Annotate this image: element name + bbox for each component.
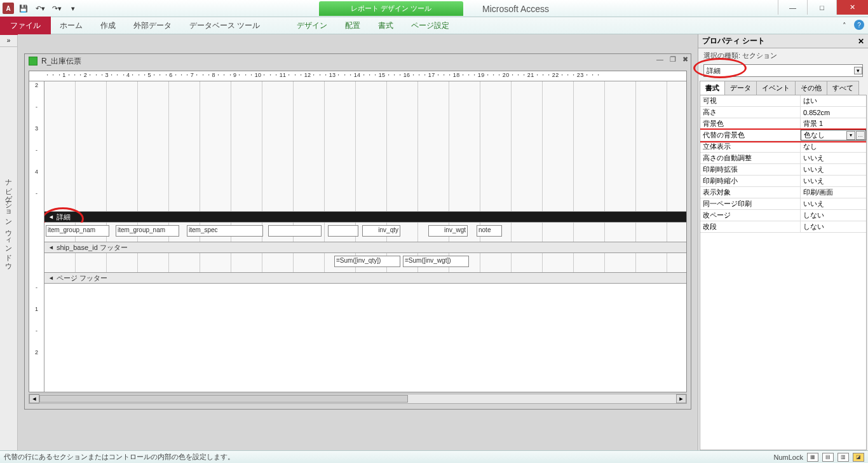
page-footer-bar[interactable]: ◄ ページ フッター — [44, 272, 686, 284]
status-message: 代替の行にあるセクションまたはコントロールの内部の色を設定します。 — [4, 452, 234, 462]
tab-design[interactable]: デザイン — [288, 17, 336, 35]
control-item-spec[interactable]: item_spec — [187, 225, 263, 237]
tab-data-prop[interactable]: データ — [724, 81, 757, 95]
tab-format[interactable]: 書式 — [369, 17, 402, 35]
property-tabs: 書式 データ イベント その他 すべて — [700, 81, 867, 95]
tab-home[interactable]: ホーム — [51, 17, 92, 35]
report-icon — [29, 57, 37, 66]
design-canvas: ・・・1・・・2・・・3・・・4・・・5・・・6・・・7・・・8・・・9・・・1… — [29, 71, 687, 392]
help-icon[interactable]: ? — [854, 20, 864, 30]
doc-close-button[interactable]: ✖ — [682, 55, 688, 64]
designer-surface: R_出庫伝票 — ❐ ✖ ・・・1・・・2・・・3・・・4・・・5・・・6・・・… — [18, 34, 698, 450]
view-design-button[interactable]: ◪ — [853, 453, 864, 462]
prop-row: 立体表示なし — [700, 141, 866, 153]
navigation-pane-collapsed[interactable]: » ナビゲーション ウィンドウ — [0, 34, 18, 450]
control-item-group-name-1[interactable]: item_group_nam — [46, 225, 109, 237]
doc-restore-button[interactable]: ❐ — [670, 55, 676, 64]
maximize-button[interactable]: □ — [807, 0, 836, 15]
redo-icon[interactable]: ↷▾ — [50, 1, 64, 15]
section-arrow-icon: ◄ — [48, 214, 54, 220]
control-item-group-name-2[interactable]: item_group_nam — [116, 225, 179, 237]
control-sum-qty[interactable]: =Sum([inv_qty]) — [334, 256, 400, 267]
tab-event-prop[interactable]: イベント — [756, 81, 796, 95]
page-footer-label: ページ フッター — [57, 273, 107, 283]
horizontal-scrollbar[interactable]: ◄ ► — [29, 394, 687, 404]
prop-row: 可視はい — [700, 95, 866, 107]
dropdown-icon[interactable]: ▾ — [846, 131, 855, 140]
control-inv-wgt[interactable]: inv_wgt — [428, 225, 468, 237]
control-note[interactable]: note — [477, 225, 502, 237]
tab-arrange[interactable]: 配置 — [336, 17, 369, 35]
report-window: R_出庫伝票 — ❐ ✖ ・・・1・・・2・・・3・・・4・・・5・・・6・・・… — [24, 53, 691, 410]
tab-external-data[interactable]: 外部データ — [125, 17, 180, 35]
control-inv-qty[interactable]: inv_qty — [362, 225, 400, 237]
close-button[interactable]: ✕ — [836, 0, 868, 15]
property-object-selector[interactable]: 詳細 ▾ — [703, 64, 863, 77]
minimize-button[interactable]: — — [778, 0, 807, 15]
section-arrow-icon: ◄ — [48, 244, 54, 251]
design-area[interactable]: ◄ 詳細 item_group_nam item_group_nam item_… — [44, 81, 686, 392]
group-footer-bar[interactable]: ◄ ship_base_id フッター — [44, 242, 686, 253]
control-empty-1[interactable] — [268, 225, 322, 237]
prop-row: 同一ページ印刷いいえ — [700, 198, 866, 210]
page-footer-grid[interactable] — [44, 284, 686, 377]
prop-row: 背景色背景 1 — [700, 118, 866, 130]
detail-section-bar[interactable]: ◄ 詳細 — [44, 211, 686, 223]
control-empty-2[interactable] — [328, 225, 358, 237]
prop-row: 高さの自動調整いいえ — [700, 153, 866, 164]
selection-type-label: 選択の種類: セクション — [698, 48, 868, 63]
horizontal-ruler[interactable]: ・・・1・・・2・・・3・・・4・・・5・・・6・・・7・・・8・・・9・・・1… — [29, 71, 686, 81]
dropdown-icon: ▾ — [854, 67, 862, 74]
tab-create[interactable]: 作成 — [92, 17, 125, 35]
detail-section-label: 詳細 — [57, 212, 71, 222]
prop-row: 印刷時拡張いいえ — [700, 164, 866, 176]
save-icon[interactable]: 💾 — [17, 1, 31, 15]
main-area: » ナビゲーション ウィンドウ R_出庫伝票 — ❐ ✖ ・・・1・・・2・・・… — [0, 34, 868, 450]
undo-icon[interactable]: ↶▾ — [33, 1, 47, 15]
prop-row-selected: 代替の背景色 色なし ▾ … — [700, 130, 866, 141]
section-arrow-icon: ◄ — [48, 275, 54, 281]
group-footer-grid[interactable]: =Sum([inv_qty]) =Sum([inv_wgt]) — [44, 253, 686, 272]
group-footer-label: ship_base_id フッター — [57, 243, 128, 252]
qat-customize-icon[interactable]: ▾ — [66, 1, 80, 15]
app-title: Microsoft Access — [482, 4, 549, 14]
prop-row: 改段しない — [700, 221, 866, 233]
tab-database-tools[interactable]: データベース ツール — [180, 17, 269, 35]
tab-page-setup[interactable]: ページ設定 — [402, 17, 458, 35]
view-report-button[interactable]: ▦ — [807, 453, 818, 462]
prop-row: 印刷時縮小いいえ — [700, 176, 866, 187]
prop-row: 高さ0.852cm — [700, 107, 866, 118]
scroll-right-button[interactable]: ► — [676, 394, 686, 403]
title-bar: A 💾 ↶▾ ↷▾ ▾ レポート デザイン ツール Microsoft Acce… — [0, 0, 868, 17]
selected-object-name: 詳細 — [707, 66, 721, 76]
scroll-thumb[interactable] — [39, 395, 408, 403]
view-layout-button[interactable]: ▥ — [837, 453, 849, 462]
tab-format-prop[interactable]: 書式 — [700, 81, 725, 95]
tab-other-prop[interactable]: その他 — [795, 81, 827, 95]
vertical-ruler[interactable]: 2-3-4- -1-2 — [29, 81, 44, 392]
access-app-icon: A — [3, 3, 14, 14]
prop-row: 改ページしない — [700, 210, 866, 221]
prop-row: 表示対象印刷/画面 — [700, 187, 866, 198]
nav-label: ナビゲーション ウィンドウ — [4, 174, 13, 266]
doc-minimize-button[interactable]: — — [656, 55, 663, 64]
status-bar: 代替の行にあるセクションまたはコントロールの内部の色を設定します。 NumLoc… — [0, 450, 868, 463]
detail-section-grid[interactable]: item_group_nam item_group_nam item_spec … — [44, 223, 686, 242]
property-sheet-close-icon[interactable]: ✕ — [858, 37, 864, 46]
prop-value: 色なし — [804, 130, 825, 140]
tab-all-prop[interactable]: すべて — [827, 81, 859, 95]
property-sheet: プロパティ シート ✕ 選択の種類: セクション 詳細 ▾ 書式 データ イベン… — [698, 34, 868, 450]
nav-expand-icon[interactable]: » — [0, 34, 17, 47]
property-sheet-title: プロパティ シート — [702, 36, 765, 46]
property-grid: 可視はい 高さ0.852cm 背景色背景 1 代替の背景色 色なし ▾ … 立体… — [700, 95, 867, 450]
contextual-tab-label: レポート デザイン ツール — [319, 1, 463, 16]
file-tab[interactable]: ファイル — [0, 17, 51, 35]
view-print-button[interactable]: ▤ — [822, 453, 834, 462]
numlock-indicator: NumLock — [774, 453, 803, 461]
header-section-grid[interactable] — [44, 81, 686, 211]
builder-icon[interactable]: … — [856, 131, 865, 140]
scroll-left-button[interactable]: ◄ — [29, 394, 39, 403]
report-title: R_出庫伝票 — [41, 56, 81, 67]
ribbon-minimize-icon[interactable]: ˄ — [839, 20, 850, 31]
control-sum-wgt[interactable]: =Sum([inv_wgt]) — [403, 256, 469, 267]
